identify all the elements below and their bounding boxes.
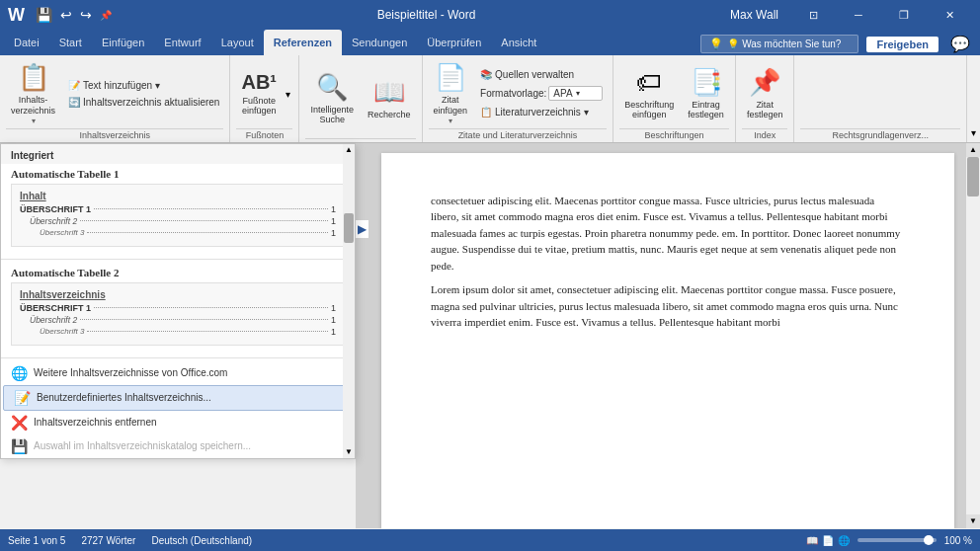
table2-preview: Inhaltsverzeichnis ÜBERSCHRIFT 1 1 Übers… xyxy=(11,282,345,346)
inhalt-col: 📝 Text hinzufügen ▾ 🔄 Inhaltsverzeichnis… xyxy=(64,78,223,110)
formatvorlage-value: APA xyxy=(553,88,576,99)
literaturverzeichnis-button[interactable]: 📋 Literaturverzeichnis ▾ xyxy=(476,105,607,119)
dp-scroll-up[interactable]: ▲ xyxy=(343,144,355,156)
fussnote-dropdown-arrow[interactable]: ▾ xyxy=(286,87,290,100)
group-rechtsgrundlagen: Rechtsgrundlagenverz... xyxy=(794,55,967,142)
document-title: Beispieltitel - Word xyxy=(122,8,730,22)
ribbon-display-button[interactable]: ⊡ xyxy=(790,0,836,30)
restore-button[interactable]: ❐ xyxy=(881,0,927,30)
benutzer-icon: 📝 xyxy=(14,390,31,406)
zitat-col: 📚 Quellen verwalten Formatvorlage: APA ▾… xyxy=(476,67,607,119)
eintrag-label: Eintragfestlegen xyxy=(688,100,724,121)
tab-datei[interactable]: Datei xyxy=(4,30,49,55)
print-layout-icon[interactable]: 📄 xyxy=(822,535,834,546)
intelligente-suche-button[interactable]: 🔍 IntelligenteSuche xyxy=(305,69,359,129)
eintrag-festlegen-button[interactable]: 📑 Eintragfestlegen xyxy=(683,64,729,124)
toc-dots1 xyxy=(94,208,328,209)
zitat-label: Zitateinfügen xyxy=(434,95,468,117)
comment-icon[interactable]: 💬 xyxy=(946,33,974,55)
doc-text1: consectetuer adipiscing elit. Maecenas p… xyxy=(431,193,905,275)
quick-access-toolbar: 💾 ↩ ↪ 📌 xyxy=(33,5,115,25)
toc-h1-line2: ÜBERSCHRIFT 1 1 xyxy=(20,303,336,313)
group-fussnoten: AB¹ Fußnoteeinfügen ▾ Fußnoten xyxy=(230,55,299,142)
index-festlegen-button[interactable]: 📌 Zitatfestlegen xyxy=(742,64,788,124)
toc-num6: 1 xyxy=(331,327,336,337)
minimize-button[interactable]: ─ xyxy=(836,0,881,30)
vertical-scrollbar[interactable]: ▲ ▼ xyxy=(966,143,980,528)
dp-scroll-down[interactable]: ▼ xyxy=(343,446,355,458)
zoom-level: 100 % xyxy=(944,535,972,546)
save-button[interactable]: 💾 xyxy=(33,5,55,25)
word-icon: W xyxy=(8,5,25,26)
tab-referenzen[interactable]: Referenzen xyxy=(264,30,342,55)
inhaltsverzeichnis-button[interactable]: 📋 Inhalts-verzeichnis ▾ xyxy=(6,59,60,128)
toc-dots6 xyxy=(87,331,328,332)
text-hinzufuegen-label: Text hinzufügen ▾ xyxy=(83,80,160,91)
tab-layout[interactable]: Layout xyxy=(211,30,264,55)
share-button[interactable]: Freigeben xyxy=(866,37,939,52)
scroll-thumb[interactable] xyxy=(967,157,979,197)
recherche-button[interactable]: 📖 Recherche xyxy=(363,74,416,123)
recherche-label: Recherche xyxy=(368,110,411,120)
tab-ansicht[interactable]: Ansicht xyxy=(491,30,546,55)
tab-start[interactable]: Start xyxy=(49,30,92,55)
eintrag-icon: 📑 xyxy=(691,67,722,98)
weitere-inhaltsverzeichnisse-item[interactable]: 🌐 Weitere Inhaltsverzeichnisse von Offic… xyxy=(1,361,355,385)
zoom-thumb[interactable] xyxy=(924,535,934,545)
tab-einfuegen[interactable]: Einfügen xyxy=(92,30,154,55)
intelligente-suche-label: IntelligenteSuche xyxy=(310,105,354,126)
toc-table1[interactable]: Automatische Tabelle 1 Inhalt ÜBERSCHRIF… xyxy=(1,164,355,251)
inhaltsverzeichnis-aktualisieren-button[interactable]: 🔄 Inhaltsverzeichnis aktualisieren xyxy=(64,95,223,110)
auswahl-label: Auswahl im Inhaltsverzeichniskatalog spe… xyxy=(34,440,251,451)
zitat-arrow: ▾ xyxy=(449,117,452,125)
zitat-einfuegen-button[interactable]: 📄 Zitateinfügen ▾ xyxy=(429,59,473,128)
fussnote-button[interactable]: AB¹ Fußnoteeinfügen xyxy=(236,68,282,120)
document-area: ▶ consectetuer adipiscing elit. Maecenas… xyxy=(356,143,980,528)
beschriftung-einfuegen-button[interactable]: 🏷 Beschriftungeinfügen xyxy=(619,64,679,124)
dp-scroll-thumb[interactable] xyxy=(344,213,354,243)
group-beschriftungen-footer: Beschriftungen xyxy=(619,128,729,142)
close-button[interactable]: ✕ xyxy=(927,0,972,30)
entfernen-label: Inhaltsverzeichnis entfernen xyxy=(34,417,157,428)
inhaltsverzeichnis-label: Inhalts-verzeichnis xyxy=(11,95,55,117)
dropdown-scrollbar[interactable]: ▲ ▼ xyxy=(343,144,355,458)
benutzerdefiniertes-item[interactable]: 📝 Benutzerdefiniertes Inhaltsverzeichnis… xyxy=(3,385,353,411)
toc-h3-text1: Überschrift 3 xyxy=(20,228,84,237)
web-layout-icon[interactable]: 🌐 xyxy=(838,535,850,546)
pin-button[interactable]: 📌 xyxy=(97,8,115,23)
tab-ueberpruefung[interactable]: Überprüfen xyxy=(417,30,491,55)
beschriftung-label: Beschriftungeinfügen xyxy=(624,100,674,121)
document-page[interactable]: consectetuer adipiscing elit. Maecenas p… xyxy=(381,153,954,528)
inhaltsverzeichnis-entfernen-item[interactable]: ❌ Inhaltsverzeichnis entfernen xyxy=(1,411,355,434)
aktualisieren-icon: 🔄 xyxy=(68,97,80,108)
undo-button[interactable]: ↩ xyxy=(57,5,75,25)
toc-h3-text2: Überschrift 3 xyxy=(20,327,84,336)
redo-button[interactable]: ↪ xyxy=(77,5,95,25)
formatvorlage-row[interactable]: Formatvorlage: APA ▾ xyxy=(476,84,607,103)
tab-sendungen[interactable]: Sendungen xyxy=(342,30,417,55)
quellen-verwalten-button[interactable]: 📚 Quellen verwalten xyxy=(476,67,607,82)
toc-h2-text2: Überschrift 2 xyxy=(20,315,77,325)
formatvorlage-dropdown[interactable]: APA ▾ xyxy=(548,86,603,101)
scroll-down-button[interactable]: ▼ xyxy=(966,514,980,528)
toc-h2-text1: Überschrift 2 xyxy=(20,216,77,226)
view-icons[interactable]: 📖 📄 🌐 xyxy=(806,535,850,546)
recherche-icon: 📖 xyxy=(373,77,405,108)
toc-h3-line2: Überschrift 3 1 xyxy=(20,327,336,337)
toc-table2[interactable]: Automatische Tabelle 2 Inhaltsverzeichni… xyxy=(1,263,355,350)
weitere-label: Weitere Inhaltsverzeichnisse von Office.… xyxy=(34,367,227,378)
zoom-slider[interactable] xyxy=(858,538,937,542)
divider2 xyxy=(1,357,355,358)
expand-icon[interactable]: ▾ xyxy=(971,127,976,138)
ribbon-expand[interactable]: ▾ xyxy=(967,55,980,142)
scroll-up-button[interactable]: ▲ xyxy=(966,143,980,157)
tab-entwurf[interactable]: Entwurf xyxy=(154,30,210,55)
toc-num2: 1 xyxy=(331,216,336,226)
integriert-section-title: Integriert xyxy=(1,144,355,164)
quellen-icon: 📚 xyxy=(480,69,492,80)
scroll-track[interactable] xyxy=(966,157,980,514)
auswahl-speichern-item[interactable]: 💾 Auswahl im Inhaltsverzeichniskatalog s… xyxy=(1,434,355,458)
text-hinzufuegen-button[interactable]: 📝 Text hinzufügen ▾ xyxy=(64,78,223,93)
search-box[interactable]: 💡 💡 Was möchten Sie tun? xyxy=(700,35,858,53)
read-mode-icon[interactable]: 📖 xyxy=(806,535,818,546)
